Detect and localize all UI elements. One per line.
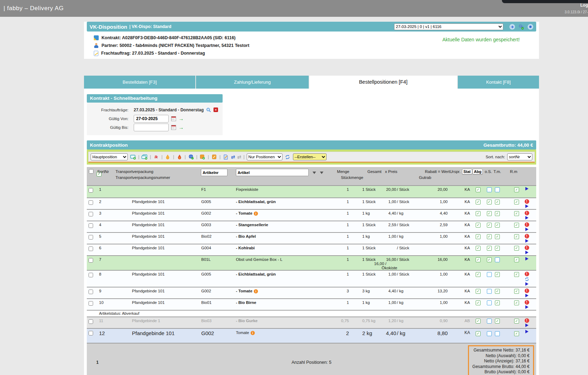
expand-icon[interactable] [525, 257, 528, 261]
tm-checkbox[interactable] [495, 187, 500, 192]
abg-checkbox[interactable] [476, 223, 481, 228]
tab-kontakt[interactable]: Kontakt [F8] [458, 76, 539, 89]
os-checkbox[interactable] [487, 211, 492, 216]
table-row[interactable]: 3 Pfandgebinde 101 G002 - Tomatei 1 1 kg… [87, 209, 536, 221]
filter-icon[interactable] [313, 172, 316, 174]
table-row[interactable]: 11 Pfandgebinde 1 Bio03 - Bio Gurkei 0,7… [87, 317, 536, 328]
rm-checkbox[interactable] [514, 234, 519, 239]
tab-bestelldaten[interactable]: Bestelldaten [F3] [84, 76, 195, 89]
edit-note-icon[interactable] [211, 154, 217, 160]
info-icon[interactable]: i [254, 289, 258, 293]
abg-column-button[interactable]: Abg [472, 169, 483, 174]
abg-checkbox[interactable] [476, 257, 481, 262]
row-checkbox[interactable] [89, 331, 93, 335]
rm-checkbox[interactable] [514, 300, 519, 305]
tm-checkbox[interactable] [495, 234, 500, 239]
swap-icon[interactable]: ⇄ [231, 154, 235, 159]
os-checkbox[interactable] [487, 319, 492, 324]
logout-link[interactable]: Log [580, 3, 588, 8]
filter-icon[interactable] [320, 172, 323, 174]
abg-checkbox[interactable] [476, 246, 481, 251]
row-checkbox[interactable] [89, 319, 93, 324]
expand-icon[interactable] [525, 294, 528, 297]
tm-checkbox[interactable] [495, 300, 500, 305]
expand-icon[interactable] [525, 330, 528, 333]
tm-checkbox[interactable] [495, 331, 500, 336]
tm-checkbox[interactable] [495, 272, 500, 277]
table-row[interactable]: 10 Pfandgebinde 101 Bio01 - Bio Birnei 1… [87, 298, 536, 310]
rm-checkbox[interactable] [514, 187, 519, 192]
add-subposition-icon[interactable] [141, 154, 148, 160]
copy-page-icon[interactable] [223, 154, 229, 160]
version-select[interactable]: 27-03-2025 | 0 | v1 | 6116 [394, 23, 503, 30]
expand-icon[interactable] [525, 204, 528, 208]
table-row[interactable]: 2 Pfandgebinde 101 G005 - Eichblattsalat… [87, 197, 536, 209]
table-row[interactable]: 12 Pfandgebinde 101 G002 Tomatei 2 2 kg … [87, 328, 536, 343]
expand-icon[interactable] [525, 305, 528, 309]
position-filter-select[interactable]: Nur Positionen [247, 153, 282, 160]
refresh-icon[interactable] [525, 277, 529, 282]
os-checkbox[interactable] [487, 300, 492, 305]
os-checkbox[interactable] [487, 257, 492, 262]
tm-checkbox[interactable] [495, 246, 500, 251]
abg-checkbox[interactable] [476, 234, 481, 239]
table-row[interactable]: 7 B01L Obst und Gemüse Box - Li 1 1 Stüc… [87, 255, 536, 270]
rm-checkbox[interactable] [514, 223, 519, 228]
row-checkbox[interactable] [89, 235, 93, 239]
os-checkbox[interactable] [487, 223, 492, 228]
expand-icon[interactable] [525, 187, 528, 190]
table-row[interactable]: 6 Pfandgebinde 101 G004 - Kohlrabii 1 1 … [87, 244, 536, 255]
gueltig-von-input[interactable] [134, 115, 169, 123]
settings-icon[interactable] [518, 24, 524, 30]
globe-icon[interactable] [188, 154, 194, 160]
abg-checkbox[interactable] [476, 187, 481, 192]
row-checkbox[interactable] [89, 200, 93, 205]
expand-icon[interactable] [525, 216, 528, 220]
gueltig-bis-input[interactable] [134, 124, 169, 131]
apply-date-icon[interactable]: → [178, 125, 184, 130]
rm-checkbox[interactable] [514, 257, 519, 262]
os-checkbox[interactable] [487, 234, 492, 239]
os-checkbox[interactable] [487, 246, 492, 251]
row-checkbox[interactable] [89, 188, 93, 193]
abg-checkbox[interactable] [476, 300, 481, 305]
abg-checkbox[interactable] [476, 272, 481, 277]
os-checkbox[interactable] [487, 289, 492, 294]
position-type-select[interactable]: Hauptposition [91, 153, 128, 160]
calendar-icon[interactable] [171, 116, 176, 121]
create-select[interactable]: --Erstellen-- [293, 153, 327, 160]
search-icon[interactable] [206, 107, 211, 112]
open-version-icon[interactable] [509, 24, 515, 30]
rm-checkbox[interactable] [514, 272, 519, 277]
rm-checkbox[interactable] [514, 211, 519, 216]
row-checkbox[interactable] [89, 301, 93, 306]
os-checkbox[interactable] [487, 272, 492, 277]
expand-icon[interactable] [525, 282, 528, 286]
os-checkbox[interactable] [487, 200, 492, 204]
table-row[interactable]: 1 F1 Fixpreiskistei 1 1 Stück 20,00/ Stü… [87, 185, 536, 197]
rm-checkbox[interactable] [514, 319, 519, 324]
tab-bestellpositionen[interactable]: Bestellpositionen [F4] [309, 76, 457, 89]
calendar-icon[interactable] [171, 125, 176, 130]
remove-icon[interactable]: ✕ [214, 107, 218, 112]
abg-checkbox[interactable] [476, 331, 481, 336]
stat-column-button[interactable]: Stat [462, 169, 472, 174]
rm-checkbox[interactable] [514, 246, 519, 251]
artikelnr-filter-input[interactable] [201, 169, 227, 176]
os-checkbox[interactable] [487, 331, 492, 336]
info-icon[interactable]: i [254, 211, 258, 216]
refresh-list-icon[interactable] [285, 154, 291, 160]
reload-version-icon[interactable] [527, 24, 533, 30]
abg-checkbox[interactable] [476, 319, 481, 324]
row-checkbox[interactable] [89, 258, 93, 263]
apply-date-icon[interactable]: → [178, 117, 184, 121]
expand-icon[interactable] [525, 251, 528, 254]
tm-checkbox[interactable] [495, 289, 500, 294]
sort-select[interactable]: sortNr [507, 153, 532, 160]
tm-checkbox[interactable] [495, 200, 500, 204]
table-row[interactable]: 5 Pfandgebinde 101 Bio02 - Bio Apfeli 1 … [87, 232, 536, 244]
table-row[interactable]: 8 Pfandgebinde 101 G005 - Eichblattsalat… [87, 270, 536, 287]
export-add-icon[interactable] [200, 154, 206, 160]
add-position-icon[interactable] [130, 154, 136, 160]
expand-icon[interactable] [525, 239, 528, 243]
